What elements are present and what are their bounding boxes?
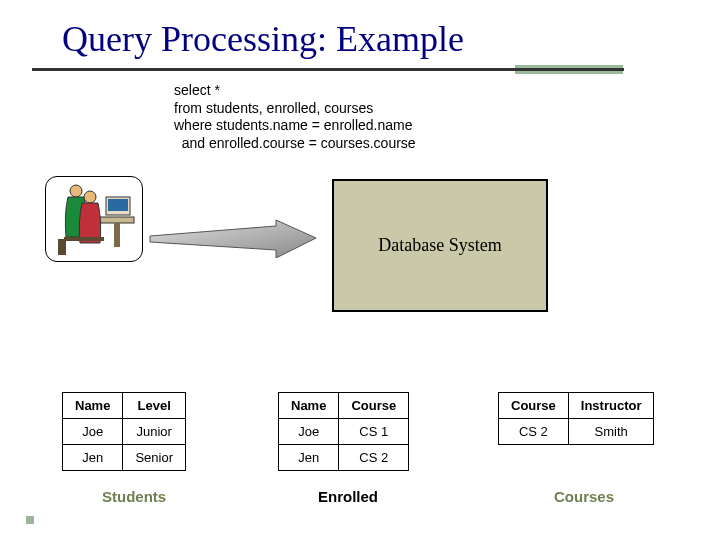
courses-label: Courses [554, 488, 614, 505]
col-header: Course [499, 393, 569, 419]
svg-rect-6 [64, 237, 104, 241]
sql-line: and enrolled.course = courses.course [174, 135, 416, 153]
table-row: Joe Junior [63, 419, 186, 445]
arrow-icon [148, 218, 318, 258]
sql-line: where students.name = enrolled.name [174, 117, 416, 135]
cell: Junior [123, 419, 186, 445]
courses-table: Course Instructor CS 2 Smith [498, 392, 654, 445]
svg-rect-1 [108, 199, 128, 211]
col-header: Instructor [568, 393, 654, 419]
horizontal-rule [32, 68, 624, 71]
cell: CS 2 [499, 419, 569, 445]
col-header: Name [63, 393, 123, 419]
svg-point-5 [84, 191, 96, 203]
page-title: Query Processing: Example [62, 18, 464, 60]
table-row: CS 2 Smith [499, 419, 654, 445]
cell: CS 1 [339, 419, 409, 445]
cell: Jen [63, 445, 123, 471]
table-row: Joe CS 1 [279, 419, 409, 445]
svg-rect-3 [114, 223, 120, 247]
cell: Joe [63, 419, 123, 445]
slide-decoration [26, 516, 34, 524]
enrolled-label: Enrolled [318, 488, 378, 505]
table-row: Jen Senior [63, 445, 186, 471]
cell: CS 2 [339, 445, 409, 471]
students-table: Name Level Joe Junior Jen Senior [62, 392, 186, 471]
col-header: Name [279, 393, 339, 419]
database-system-label: Database System [378, 235, 501, 256]
svg-marker-9 [150, 220, 316, 258]
sql-line: select * [174, 82, 416, 100]
enrolled-table: Name Course Joe CS 1 Jen CS 2 [278, 392, 409, 471]
col-header: Level [123, 393, 186, 419]
users-clipart [45, 176, 143, 262]
database-system-box: Database System [332, 179, 548, 312]
svg-rect-7 [58, 239, 66, 255]
col-header: Course [339, 393, 409, 419]
users-at-computer-icon [46, 177, 142, 261]
sql-line: from students, enrolled, courses [174, 100, 416, 118]
cell: Jen [279, 445, 339, 471]
sql-query-block: select * from students, enrolled, course… [174, 82, 416, 152]
cell: Joe [279, 419, 339, 445]
cell: Senior [123, 445, 186, 471]
students-label: Students [102, 488, 166, 505]
svg-rect-2 [100, 217, 134, 223]
table-row: Jen CS 2 [279, 445, 409, 471]
cell: Smith [568, 419, 654, 445]
svg-point-4 [70, 185, 82, 197]
